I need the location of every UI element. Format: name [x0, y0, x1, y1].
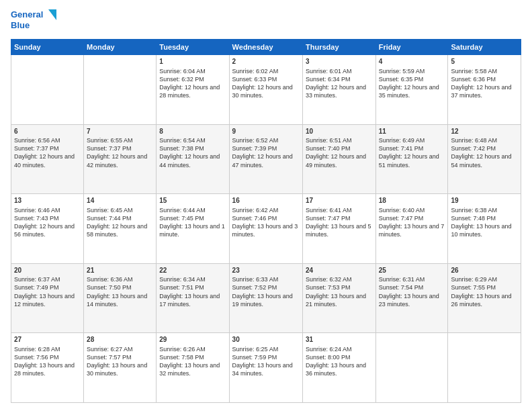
day-info: Sunrise: 6:37 AM Sunset: 7:49 PM Dayligh… — [14, 275, 81, 308]
day-number: 11 — [379, 127, 445, 136]
day-info: Sunrise: 6:26 AM Sunset: 7:58 PM Dayligh… — [159, 345, 226, 378]
calendar-week-row: 20Sunrise: 6:37 AM Sunset: 7:49 PM Dayli… — [11, 263, 521, 333]
day-number: 21 — [87, 266, 153, 275]
day-info: Sunrise: 6:01 AM Sunset: 6:34 PM Dayligh… — [306, 67, 373, 100]
day-number: 22 — [159, 266, 226, 275]
day-header-wednesday: Wednesday — [229, 40, 302, 55]
calendar-cell: 8Sunrise: 6:54 AM Sunset: 7:38 PM Daylig… — [157, 124, 229, 194]
calendar-cell: 20Sunrise: 6:37 AM Sunset: 7:49 PM Dayli… — [11, 263, 84, 333]
day-header-monday: Monday — [84, 40, 157, 55]
day-header-friday: Friday — [375, 40, 448, 55]
calendar-cell: 5Sunrise: 5:58 AM Sunset: 6:36 PM Daylig… — [448, 55, 521, 125]
calendar-cell: 26Sunrise: 6:29 AM Sunset: 7:55 PM Dayli… — [448, 263, 521, 333]
calendar-cell: 11Sunrise: 6:49 AM Sunset: 7:41 PM Dayli… — [375, 124, 448, 194]
day-number: 2 — [232, 57, 300, 66]
day-number: 7 — [87, 127, 153, 136]
day-info: Sunrise: 6:42 AM Sunset: 7:46 PM Dayligh… — [232, 206, 300, 239]
calendar-week-row: 27Sunrise: 6:28 AM Sunset: 7:56 PM Dayli… — [11, 333, 521, 403]
calendar-cell — [375, 333, 448, 403]
day-info: Sunrise: 6:56 AM Sunset: 7:37 PM Dayligh… — [14, 136, 81, 169]
day-number: 13 — [14, 196, 81, 205]
calendar-cell: 18Sunrise: 6:40 AM Sunset: 7:47 PM Dayli… — [375, 194, 448, 264]
day-number: 14 — [87, 196, 153, 205]
calendar-cell — [84, 55, 157, 125]
day-info: Sunrise: 6:24 AM Sunset: 8:00 PM Dayligh… — [306, 345, 373, 378]
day-info: Sunrise: 6:55 AM Sunset: 7:37 PM Dayligh… — [87, 136, 153, 169]
page-header: General Blue — [11, 8, 521, 32]
day-info: Sunrise: 6:25 AM Sunset: 7:59 PM Dayligh… — [232, 345, 300, 378]
day-number: 23 — [232, 266, 300, 275]
day-number: 25 — [379, 266, 445, 275]
day-info: Sunrise: 6:41 AM Sunset: 7:47 PM Dayligh… — [306, 206, 373, 239]
day-number: 3 — [306, 57, 373, 66]
day-info: Sunrise: 6:54 AM Sunset: 7:38 PM Dayligh… — [159, 136, 226, 169]
svg-text:General: General — [11, 9, 43, 19]
day-number: 6 — [14, 127, 81, 136]
day-header-saturday: Saturday — [448, 40, 521, 55]
day-info: Sunrise: 5:59 AM Sunset: 6:35 PM Dayligh… — [379, 67, 445, 100]
calendar-cell: 21Sunrise: 6:36 AM Sunset: 7:50 PM Dayli… — [84, 263, 157, 333]
day-info: Sunrise: 6:32 AM Sunset: 7:53 PM Dayligh… — [306, 275, 373, 308]
day-number: 17 — [306, 196, 373, 205]
calendar-header-row: SundayMondayTuesdayWednesdayThursdayFrid… — [11, 40, 521, 55]
calendar-cell: 16Sunrise: 6:42 AM Sunset: 7:46 PM Dayli… — [229, 194, 302, 264]
day-number: 5 — [451, 57, 518, 66]
day-info: Sunrise: 6:34 AM Sunset: 7:51 PM Dayligh… — [159, 275, 226, 308]
day-info: Sunrise: 6:33 AM Sunset: 7:52 PM Dayligh… — [232, 275, 300, 308]
day-info: Sunrise: 6:02 AM Sunset: 6:33 PM Dayligh… — [232, 67, 300, 100]
day-info: Sunrise: 6:36 AM Sunset: 7:50 PM Dayligh… — [87, 275, 153, 308]
day-info: Sunrise: 6:04 AM Sunset: 6:32 PM Dayligh… — [159, 67, 226, 100]
day-info: Sunrise: 6:44 AM Sunset: 7:45 PM Dayligh… — [159, 206, 226, 239]
day-number: 31 — [306, 335, 373, 345]
calendar-cell: 10Sunrise: 6:51 AM Sunset: 7:40 PM Dayli… — [302, 124, 375, 194]
day-header-tuesday: Tuesday — [157, 40, 229, 55]
calendar-cell: 12Sunrise: 6:48 AM Sunset: 7:42 PM Dayli… — [448, 124, 521, 194]
calendar-cell: 7Sunrise: 6:55 AM Sunset: 7:37 PM Daylig… — [84, 124, 157, 194]
day-number: 12 — [451, 127, 518, 136]
calendar-cell: 13Sunrise: 6:46 AM Sunset: 7:43 PM Dayli… — [11, 194, 84, 264]
day-info: Sunrise: 6:28 AM Sunset: 7:56 PM Dayligh… — [14, 345, 81, 378]
day-info: Sunrise: 6:46 AM Sunset: 7:43 PM Dayligh… — [14, 206, 81, 239]
day-number: 27 — [14, 335, 81, 345]
day-header-thursday: Thursday — [302, 40, 375, 55]
calendar-cell: 14Sunrise: 6:45 AM Sunset: 7:44 PM Dayli… — [84, 194, 157, 264]
calendar-cell: 25Sunrise: 6:31 AM Sunset: 7:54 PM Dayli… — [375, 263, 448, 333]
day-info: Sunrise: 6:45 AM Sunset: 7:44 PM Dayligh… — [87, 206, 153, 239]
day-number: 20 — [14, 266, 81, 275]
calendar-cell: 4Sunrise: 5:59 AM Sunset: 6:35 PM Daylig… — [375, 55, 448, 125]
day-info: Sunrise: 6:48 AM Sunset: 7:42 PM Dayligh… — [451, 136, 518, 169]
day-number: 30 — [232, 335, 300, 345]
calendar-cell: 24Sunrise: 6:32 AM Sunset: 7:53 PM Dayli… — [302, 263, 375, 333]
day-info: Sunrise: 6:51 AM Sunset: 7:40 PM Dayligh… — [306, 136, 373, 169]
calendar-cell: 22Sunrise: 6:34 AM Sunset: 7:51 PM Dayli… — [157, 263, 229, 333]
day-number: 29 — [159, 335, 226, 345]
day-number: 26 — [451, 266, 518, 275]
calendar-week-row: 6Sunrise: 6:56 AM Sunset: 7:37 PM Daylig… — [11, 124, 521, 194]
calendar-cell: 17Sunrise: 6:41 AM Sunset: 7:47 PM Dayli… — [302, 194, 375, 264]
calendar-cell: 1Sunrise: 6:04 AM Sunset: 6:32 PM Daylig… — [157, 55, 229, 125]
calendar-cell — [11, 55, 84, 125]
day-number: 28 — [87, 335, 153, 345]
day-info: Sunrise: 6:31 AM Sunset: 7:54 PM Dayligh… — [379, 275, 445, 308]
day-header-sunday: Sunday — [11, 40, 84, 55]
calendar-cell: 27Sunrise: 6:28 AM Sunset: 7:56 PM Dayli… — [11, 333, 84, 403]
day-number: 10 — [306, 127, 373, 136]
day-info: Sunrise: 6:29 AM Sunset: 7:55 PM Dayligh… — [451, 275, 518, 308]
calendar-cell: 30Sunrise: 6:25 AM Sunset: 7:59 PM Dayli… — [229, 333, 302, 403]
calendar-cell: 23Sunrise: 6:33 AM Sunset: 7:52 PM Dayli… — [229, 263, 302, 333]
day-number: 4 — [379, 57, 445, 66]
calendar-cell: 3Sunrise: 6:01 AM Sunset: 6:34 PM Daylig… — [302, 55, 375, 125]
day-number: 24 — [306, 266, 373, 275]
day-info: Sunrise: 6:38 AM Sunset: 7:48 PM Dayligh… — [451, 206, 518, 239]
calendar-cell: 29Sunrise: 6:26 AM Sunset: 7:58 PM Dayli… — [157, 333, 229, 403]
day-info: Sunrise: 6:40 AM Sunset: 7:47 PM Dayligh… — [379, 206, 445, 239]
calendar-table: SundayMondayTuesdayWednesdayThursdayFrid… — [11, 39, 521, 403]
calendar-cell: 15Sunrise: 6:44 AM Sunset: 7:45 PM Dayli… — [157, 194, 229, 264]
svg-text:Blue: Blue — [11, 20, 30, 30]
logo: General Blue — [11, 8, 58, 32]
day-number: 16 — [232, 196, 300, 205]
calendar-cell: 6Sunrise: 6:56 AM Sunset: 7:37 PM Daylig… — [11, 124, 84, 194]
calendar-week-row: 13Sunrise: 6:46 AM Sunset: 7:43 PM Dayli… — [11, 194, 521, 264]
day-info: Sunrise: 6:49 AM Sunset: 7:41 PM Dayligh… — [379, 136, 445, 169]
logo-svg: General Blue — [11, 8, 58, 32]
